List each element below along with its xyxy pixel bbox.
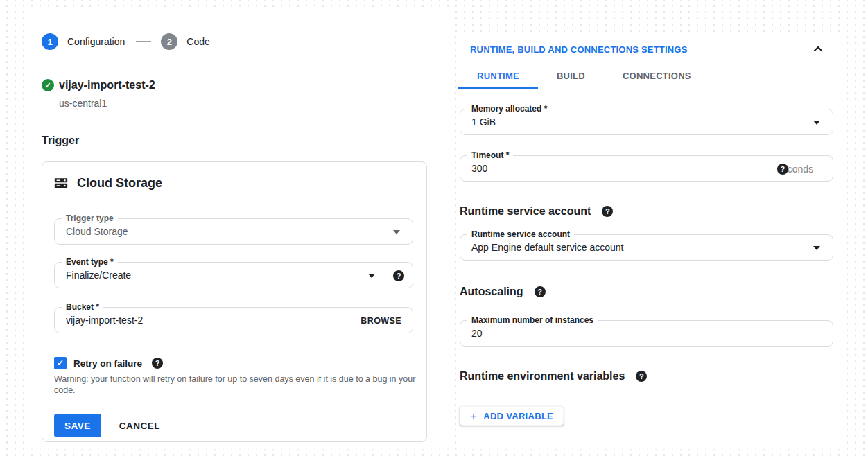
trigger-type-select: Trigger type Cloud Storage [54, 218, 413, 245]
step-configuration[interactable]: 1 Configuration [42, 33, 125, 50]
stepper-divider [32, 64, 449, 64]
retry-row: Retry on failure [54, 357, 163, 369]
service-account-help-icon[interactable] [602, 206, 613, 217]
runtime-settings-panel: RUNTIME, BUILD AND CONNECTIONS SETTINGS … [456, 32, 842, 449]
step-2-circle: 2 [161, 33, 177, 50]
service-account-heading-row: Runtime service account [460, 205, 613, 218]
trigger-type-value: Cloud Storage [66, 219, 128, 244]
trigger-section-title: Trigger [42, 134, 79, 147]
tab-build[interactable]: BUILD [538, 65, 604, 89]
step-2-label: Code [186, 36, 209, 47]
browse-button[interactable]: BROWSE [361, 308, 401, 334]
configuration-panel: 1 Configuration 2 Code vijay-import-test… [25, 10, 449, 449]
env-vars-heading: Runtime environment variables [460, 370, 625, 383]
success-check-icon [42, 79, 54, 91]
tab-connections[interactable]: CONNECTIONS [604, 65, 710, 89]
service-account-heading: Runtime service account [460, 205, 591, 218]
bucket-input[interactable] [66, 308, 288, 333]
plus-icon: + [470, 410, 477, 422]
env-vars-help-icon[interactable] [636, 371, 647, 382]
trigger-card-title: Cloud Storage [77, 176, 162, 191]
chevron-down-icon[interactable] [368, 274, 375, 278]
step-1-circle: 1 [42, 33, 58, 50]
chevron-down-icon[interactable] [813, 246, 820, 250]
chevron-down-icon[interactable] [813, 121, 820, 125]
memory-allocated-select[interactable]: Memory allocated * 1 GiB [460, 109, 833, 135]
retry-warning-text: Warning: your function will retry on fai… [54, 374, 424, 396]
env-vars-heading-row: Runtime environment variables [460, 370, 647, 383]
retry-help-icon[interactable] [152, 358, 163, 369]
max-instances-input[interactable] [471, 321, 693, 346]
memory-allocated-value: 1 GiB [471, 109, 496, 134]
cloud-storage-icon [53, 175, 69, 191]
settings-expander-header[interactable]: RUNTIME, BUILD AND CONNECTIONS SETTINGS [470, 44, 688, 55]
trigger-actions: SAVE CANCEL [54, 414, 160, 437]
chevron-down-icon [393, 230, 400, 234]
chevron-up-icon[interactable] [810, 41, 826, 58]
event-type-select[interactable]: Event type * Finalize/Create [54, 262, 413, 288]
step-1-label: Configuration [67, 36, 125, 47]
tab-runtime[interactable]: RUNTIME [458, 65, 538, 89]
trigger-card: Cloud Storage Trigger type Cloud Storage… [42, 161, 427, 442]
bucket-field: Bucket * BROWSE [54, 307, 413, 333]
save-button[interactable]: SAVE [54, 414, 101, 437]
autoscaling-heading: Autoscaling [460, 286, 523, 298]
max-instances-field: Maximum number of instances [460, 320, 833, 347]
event-type-value: Finalize/Create [66, 263, 131, 288]
retry-checkbox[interactable] [54, 357, 67, 369]
settings-tabs: RUNTIME BUILD CONNECTIONS [458, 65, 834, 89]
trigger-card-title-row: Cloud Storage [53, 175, 162, 191]
add-variable-label: ADD VARIABLE [483, 411, 553, 421]
function-name: vijay-import-test-2 [59, 79, 155, 91]
timeout-help-icon[interactable] [777, 164, 788, 175]
autoscaling-help-icon[interactable] [535, 286, 546, 297]
event-type-help-icon[interactable] [393, 270, 404, 281]
timeout-suffix: seconds [777, 156, 822, 182]
timeout-input[interactable] [471, 156, 693, 181]
function-title-row: vijay-import-test-2 [42, 79, 155, 91]
function-region: us-central1 [59, 98, 107, 109]
step-code[interactable]: 2 Code [161, 33, 209, 50]
autoscaling-heading-row: Autoscaling [460, 286, 546, 298]
step-connector [136, 41, 151, 42]
stepper: 1 Configuration 2 Code [42, 33, 210, 50]
add-variable-button[interactable]: + ADD VARIABLE [460, 406, 564, 426]
timeout-field: Timeout * seconds [460, 155, 833, 182]
service-account-value: App Engine default service account [471, 235, 623, 260]
service-account-select[interactable]: Runtime service account App Engine defau… [460, 234, 833, 261]
retry-label: Retry on failure [73, 358, 142, 369]
cancel-button[interactable]: CANCEL [119, 421, 160, 431]
